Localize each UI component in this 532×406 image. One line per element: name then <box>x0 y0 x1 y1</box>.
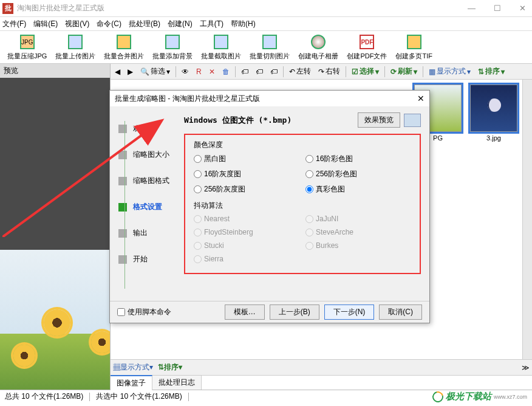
format-label: Windows 位图文件 (*.bmp) <box>184 115 292 126</box>
status-selected: 共选中 10 个文件(1.26MB) <box>96 391 182 402</box>
status-total: 总共 10 个文件(1.26MB) <box>5 391 83 402</box>
tool-pdf[interactable]: PDF创建PDF文件 <box>343 32 390 62</box>
tool-split[interactable]: 批量切割图片 <box>246 32 293 62</box>
sub-toolbar-bottom: ▦显示方式▾ ⇅排序▾ ≫ <box>111 359 532 375</box>
display-btn[interactable]: ▦显示方式▾ <box>427 65 472 78</box>
sub-toolbar: ◀ ▶ 🔍筛选▾ 👁 R ✕ 🗑 🏷 🏷 🏷 ↶左转 ↷右转 ☑选择▾ ⟳刷新▾… <box>111 64 532 80</box>
radio-jajuni: JaJuNI <box>305 215 411 223</box>
eye-icon[interactable]: 👁 <box>180 66 191 77</box>
radio-16color[interactable]: 16阶彩色图 <box>305 154 411 164</box>
dialog-footer: 使用脚本命令 模板… 上一步(B) 下一步(N) 取消(C) <box>110 301 429 323</box>
template-button[interactable]: 模板… <box>225 304 265 320</box>
brand-logo-icon <box>431 389 446 404</box>
sort-btn-2[interactable]: ⇅排序▾ <box>158 362 182 373</box>
tool-compress-jpg[interactable]: JPG批量压缩JPG <box>4 32 50 62</box>
radio-truecolor[interactable]: 真彩色图 <box>305 184 411 194</box>
wizard-content: Windows 位图文件 (*.bmp) 效果预览 颜色深度 黑白图 16阶彩色… <box>176 106 429 301</box>
collapse-icon[interactable]: ≫ <box>522 363 530 372</box>
radio-256gray[interactable]: 256阶灰度图 <box>194 184 299 194</box>
tool-upload[interactable]: 批量上传图片 <box>52 32 99 62</box>
prev-button[interactable]: 上一步(B) <box>270 304 319 320</box>
radio-stucki: Stucki <box>194 241 299 250</box>
wizard-dialog: 批量生成缩略图 - 淘淘图片批处理之星正式版 ✕ 欢迎 缩略图大小 缩略图格式 … <box>109 90 430 323</box>
menubar: 文件(F) 编辑(E) 视图(V) 命令(C) 批处理(B) 创建(N) 工具(… <box>0 17 532 30</box>
radio-sierra: Sierra <box>194 255 299 263</box>
menu-help[interactable]: 帮助(H) <box>231 19 256 29</box>
tool-merge[interactable]: 批量合并图片 <box>100 32 148 62</box>
maximize-button[interactable]: ☐ <box>490 2 505 14</box>
next-button[interactable]: 下一步(N) <box>324 304 375 320</box>
menu-view[interactable]: 视图(V) <box>65 19 89 29</box>
menu-file[interactable]: 文件(F) <box>2 19 26 29</box>
preview-image-area: 神奇网视图片下载shenqixiangce <box>0 78 110 390</box>
radio-nearest: Nearest <box>194 215 299 223</box>
radio-floyd: FloydSteinberg <box>194 228 299 236</box>
tab-log[interactable]: 批处理日志 <box>152 376 202 390</box>
basket-icon[interactable]: 🗑 <box>220 66 231 77</box>
delete-icon[interactable]: ✕ <box>207 66 217 77</box>
dither-fieldset: 抖动算法 Nearest JaJuNI FloydSteinberg Steve… <box>194 201 411 263</box>
wizard-step-size[interactable]: 缩略图大小 <box>118 150 176 160</box>
preview-panel: 预览 神奇网视图片下载shenqixiangce <box>0 64 111 390</box>
brand: 极光下载站 www.xz7.com <box>432 391 527 402</box>
radio-256color[interactable]: 256阶彩色图 <box>305 169 411 179</box>
filter-btn[interactable]: 🔍筛选▾ <box>138 65 172 78</box>
nav-back-icon[interactable]: ◀ <box>113 66 122 77</box>
radio-burkes: Burkes <box>305 241 411 250</box>
wizard-step-format[interactable]: 缩略图格式 <box>118 176 176 186</box>
rename-icon[interactable]: R <box>194 66 203 77</box>
radio-16gray[interactable]: 16阶灰度图 <box>194 169 299 179</box>
menu-batch[interactable]: 批处理(B) <box>129 19 160 29</box>
tool-add-bg[interactable]: 批量添加背景 <box>149 32 196 62</box>
rotate-right-btn[interactable]: ↷右转 <box>316 65 342 78</box>
minimize-button[interactable]: — <box>464 2 479 14</box>
tool-album[interactable]: 创建电子相册 <box>295 32 342 62</box>
rotate-left-btn[interactable]: ↶左转 <box>287 65 313 78</box>
app-icon: 批 <box>2 3 13 14</box>
display-btn-2[interactable]: ▦显示方式▾ <box>113 362 153 373</box>
tool-crop[interactable]: 批量截取图片 <box>197 32 245 62</box>
tag2-icon[interactable]: 🏷 <box>254 66 265 77</box>
preview-image <box>0 250 110 390</box>
close-button[interactable]: ✕ <box>516 2 530 14</box>
menu-create[interactable]: 创建(N) <box>168 19 193 29</box>
tool-tif[interactable]: 创建多页TIF <box>392 32 436 62</box>
scrollbar-vertical[interactable] <box>522 80 532 359</box>
nav-fwd-icon[interactable]: ▶ <box>126 66 135 77</box>
brand-url: www.xz7.com <box>494 394 527 400</box>
preview-header: 预览 <box>0 64 110 78</box>
dialog-title: 批量生成缩略图 - 淘淘图片批处理之星正式版 <box>115 94 260 104</box>
toolbar-main: JPG批量压缩JPG 批量上传图片 批量合并图片 批量添加背景 批量截取图片 批… <box>0 30 532 64</box>
dither-legend: 抖动算法 <box>194 201 411 211</box>
menu-tools[interactable]: 工具(T) <box>200 19 223 29</box>
thumbnail-item[interactable]: 3.jpg <box>470 84 517 142</box>
color-depth-fieldset: 颜色深度 黑白图 16阶彩色图 16阶灰度图 256阶彩色图 256阶灰度图 真… <box>194 140 411 194</box>
color-depth-legend: 颜色深度 <box>194 140 411 150</box>
use-script-checkbox[interactable]: 使用脚本命令 <box>117 307 171 317</box>
menu-command[interactable]: 命令(C) <box>97 19 121 29</box>
bottom-tabs: 图像篮子 批处理日志 <box>111 375 532 390</box>
thumbnail-image[interactable] <box>470 84 517 132</box>
sort-btn[interactable]: ⇅排序▾ <box>476 65 506 78</box>
menu-edit[interactable]: 编辑(E) <box>33 19 58 29</box>
titlebar: 批 淘淘图片批处理之星正式版 — ☐ ✕ <box>0 0 532 17</box>
tab-basket[interactable]: 图像篮子 <box>111 375 152 390</box>
statusbar: 总共 10 个文件(1.26MB) 共选中 10 个文件(1.26MB) 极光下… <box>0 390 532 403</box>
wizard-steps: 欢迎 缩略图大小 缩略图格式 格式设置 输出 开始 <box>110 106 176 301</box>
wizard-step-welcome[interactable]: 欢迎 <box>118 123 176 134</box>
wizard-step-settings[interactable]: 格式设置 <box>118 202 176 212</box>
dialog-titlebar: 批量生成缩略图 - 淘淘图片批处理之星正式版 ✕ <box>110 91 429 106</box>
refresh-btn[interactable]: ⟳刷新▾ <box>389 65 419 78</box>
radio-bw[interactable]: 黑白图 <box>194 154 299 164</box>
wizard-step-start[interactable]: 开始 <box>118 254 176 264</box>
preview-effect-button[interactable]: 效果预览 <box>358 112 400 128</box>
select-btn[interactable]: ☑选择▾ <box>350 65 381 78</box>
thumbnail-label: 3.jpg <box>486 134 501 142</box>
wizard-step-output[interactable]: 输出 <box>118 228 176 238</box>
dialog-close-icon[interactable]: ✕ <box>417 94 425 103</box>
preview-icon[interactable] <box>404 114 421 127</box>
cancel-button[interactable]: 取消(C) <box>379 304 422 320</box>
tag3-icon[interactable]: 🏷 <box>268 66 279 77</box>
brand-name: 极光下载站 <box>446 391 491 402</box>
tag-icon[interactable]: 🏷 <box>239 66 250 77</box>
